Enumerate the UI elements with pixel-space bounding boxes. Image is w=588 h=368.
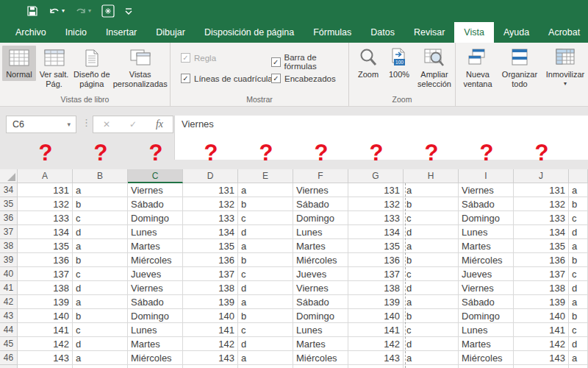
cell[interactable]: d: [73, 281, 128, 295]
cell[interactable]: Martes: [459, 337, 514, 351]
save-button[interactable]: [26, 5, 38, 17]
cell[interactable]: a: [238, 351, 293, 365]
column-header-partial[interactable]: [569, 169, 588, 183]
cell[interactable]: Viernes: [128, 183, 183, 197]
page-layout-button[interactable]: Diseño de página: [72, 46, 111, 90]
cell[interactable]: 134: [183, 225, 238, 239]
cell[interactable]: c: [569, 323, 588, 337]
row-header-38[interactable]: 38: [0, 239, 18, 253]
cell[interactable]: 133: [514, 211, 569, 225]
cell[interactable]: b: [238, 365, 293, 368]
cell[interactable]: 131: [183, 183, 238, 197]
cell[interactable]: Miércoles: [293, 351, 348, 365]
column-header-C[interactable]: C: [128, 169, 183, 183]
freeze-panes-button[interactable]: Inmovilizar ▾: [542, 46, 588, 88]
cell[interactable]: Viernes: [293, 281, 348, 295]
cell[interactable]: a: [73, 183, 128, 197]
cell[interactable]: a: [569, 239, 588, 253]
cell[interactable]: a: [73, 351, 128, 365]
cell[interactable]: b: [73, 253, 128, 267]
cell[interactable]: 137: [348, 267, 404, 281]
tab-revisar[interactable]: Revisar: [404, 22, 454, 43]
select-all-corner[interactable]: [0, 169, 18, 183]
cell[interactable]: c: [238, 323, 293, 337]
normal-view-button[interactable]: Normal: [2, 46, 36, 81]
cell[interactable]: Jueves: [459, 365, 514, 368]
column-header-B[interactable]: B: [73, 169, 128, 183]
row-header-39[interactable]: 39: [0, 253, 18, 267]
cell[interactable]: a: [404, 183, 459, 197]
cell[interactable]: Miércoles: [293, 253, 348, 267]
cell[interactable]: 140: [348, 309, 404, 323]
cell[interactable]: 144: [514, 365, 569, 368]
cell[interactable]: Viernes: [459, 183, 514, 197]
cell[interactable]: Domingo: [128, 211, 183, 225]
cell[interactable]: 138: [183, 281, 238, 295]
cell[interactable]: 140: [183, 309, 238, 323]
cell[interactable]: b: [569, 197, 588, 211]
cell[interactable]: 135: [183, 239, 238, 253]
cell[interactable]: 136: [514, 253, 569, 267]
cell[interactable]: d: [569, 281, 588, 295]
cell[interactable]: b: [569, 309, 588, 323]
cell[interactable]: a: [238, 239, 293, 253]
qat-customize-button[interactable]: [125, 7, 132, 15]
cell[interactable]: 132: [514, 197, 569, 211]
column-header-H[interactable]: H: [404, 169, 459, 183]
formula-bar-resize-handle[interactable]: ⋮: [82, 117, 90, 128]
tab-ayuda[interactable]: Ayuda: [494, 22, 539, 43]
column-header-I[interactable]: I: [459, 169, 514, 183]
column-header-A[interactable]: A: [18, 169, 73, 183]
cell[interactable]: a: [404, 295, 459, 309]
cell[interactable]: Viernes: [459, 281, 514, 295]
name-box[interactable]: C6 ▾: [6, 116, 76, 133]
cell[interactable]: Martes: [459, 239, 514, 253]
cell[interactable]: 140: [18, 309, 73, 323]
cell[interactable]: 138: [18, 281, 73, 295]
cell[interactable]: 142: [18, 337, 73, 351]
cell[interactable]: d: [238, 337, 293, 351]
cell[interactable]: Miércoles: [128, 351, 183, 365]
cell[interactable]: b: [73, 309, 128, 323]
cell[interactable]: Lunes: [128, 323, 183, 337]
cell[interactable]: b: [73, 365, 128, 368]
cell[interactable]: a: [569, 183, 588, 197]
row-header-42[interactable]: 42: [0, 295, 18, 309]
cell[interactable]: Martes: [293, 239, 348, 253]
cell[interactable]: 136: [348, 253, 404, 267]
tab-inicio[interactable]: Inicio: [56, 22, 96, 43]
cell[interactable]: c: [404, 267, 459, 281]
cell[interactable]: Jueves: [128, 267, 183, 281]
cell[interactable]: Sábado: [293, 295, 348, 309]
cell[interactable]: 141: [514, 323, 569, 337]
cell[interactable]: Martes: [128, 337, 183, 351]
cell[interactable]: Sábado: [293, 197, 348, 211]
zoom-to-selection-button[interactable]: Ampliar selección: [414, 46, 455, 90]
zoom-100-button[interactable]: 100 100%: [384, 46, 414, 81]
cell[interactable]: 141: [348, 323, 404, 337]
name-box-dropdown-icon[interactable]: ▾: [67, 121, 76, 128]
cell[interactable]: Lunes: [459, 225, 514, 239]
new-window-button[interactable]: Nueva ventana: [459, 46, 497, 90]
tab-disposici-n-de-p-gina[interactable]: Disposición de página: [195, 22, 304, 43]
cell[interactable]: Domingo: [293, 309, 348, 323]
cell[interactable]: 133: [18, 211, 73, 225]
cell[interactable]: Miércoles: [459, 351, 514, 365]
cell[interactable]: Martes: [293, 337, 348, 351]
tab-archivo[interactable]: Archivo: [6, 22, 56, 43]
cell[interactable]: 143: [18, 351, 73, 365]
tab-dibujar[interactable]: Dibujar: [146, 22, 195, 43]
enter-icon[interactable]: ✓: [129, 119, 137, 130]
cell[interactable]: d: [238, 225, 293, 239]
checkbox-regla[interactable]: ✓ Regla: [181, 53, 216, 63]
cell[interactable]: 132: [183, 197, 238, 211]
cell[interactable]: Domingo: [459, 211, 514, 225]
cell[interactable]: 135: [18, 239, 73, 253]
tab-vista[interactable]: Vista: [454, 22, 494, 43]
cell[interactable]: Miércoles: [128, 253, 183, 267]
tab-datos[interactable]: Datos: [361, 22, 404, 43]
row-header-46[interactable]: 46: [0, 351, 18, 365]
tab-acrobat[interactable]: Acrobat: [539, 22, 588, 43]
cell[interactable]: b: [404, 365, 459, 368]
cell[interactable]: 142: [348, 337, 404, 351]
